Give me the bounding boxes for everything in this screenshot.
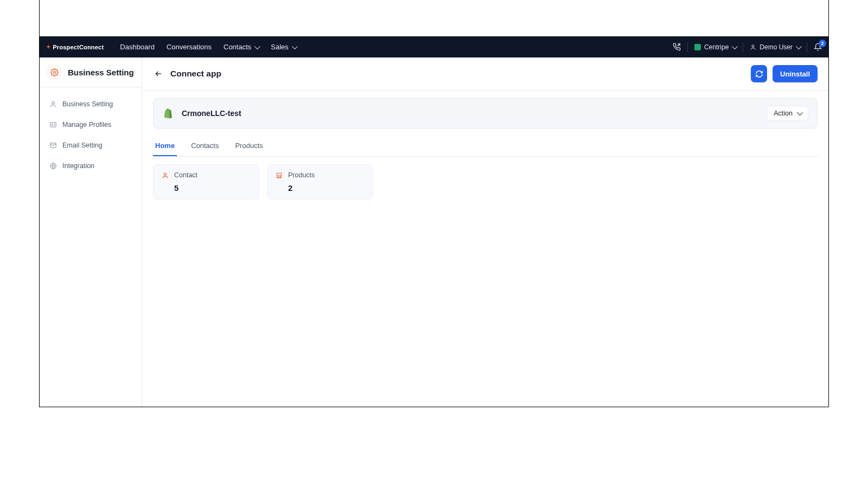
stat-value: 5	[174, 183, 251, 192]
brand-name: ProspectConnect	[53, 44, 104, 50]
workspace-icon	[694, 44, 701, 50]
tab-contacts[interactable]: Contacts	[189, 136, 221, 156]
sidebar-item-label: Manage Profiles	[62, 121, 111, 129]
action-dropdown[interactable]: Action	[767, 106, 808, 121]
brand-mark-icon: ✦	[46, 44, 50, 50]
topnav-right: Centripe Demo User 2	[673, 42, 822, 52]
stat-card-contact: Contact 5	[153, 164, 259, 200]
notifications-button[interactable]: 2	[814, 43, 822, 51]
nav-contacts[interactable]: Contacts	[224, 43, 259, 51]
sidebar-title: Business Setting	[68, 68, 134, 77]
chevron-down-icon	[292, 43, 298, 49]
stat-label: Contact	[174, 171, 197, 179]
workspace-name: Centripe	[704, 43, 729, 51]
notification-badge: 2	[819, 40, 826, 47]
back-button[interactable]	[153, 68, 164, 79]
connected-app-card: CrmoneLLC-test Action	[153, 98, 818, 129]
svg-point-2	[52, 101, 55, 104]
user-name: Demo User	[760, 43, 793, 51]
tab-products[interactable]: Products	[233, 136, 265, 156]
stat-value: 2	[288, 183, 365, 192]
sidebar-item-integration[interactable]: Integration	[45, 159, 136, 173]
main-area: Connect app Uninstall CrmoneLLC-test Act…	[142, 57, 828, 407]
sidebar-item-email-setting[interactable]: Email Setting	[45, 138, 136, 152]
shop-icon	[275, 171, 283, 179]
top-white-spacer	[40, 0, 828, 36]
gear-icon	[47, 65, 61, 79]
page-content: CrmoneLLC-test Action Home Contacts Prod…	[142, 91, 828, 207]
connected-app-name: CrmoneLLC-test	[182, 109, 241, 118]
nav-links: Dashboard Conversations Contacts Sales	[120, 43, 296, 51]
page-title: Connect app	[170, 69, 221, 79]
stats-row: Contact 5 Products 2	[153, 164, 818, 200]
chevron-down-icon	[796, 43, 802, 49]
svg-point-0	[752, 45, 754, 47]
page-header: Connect app Uninstall	[142, 57, 828, 91]
nav-label: Sales	[271, 43, 289, 51]
nav-label: Dashboard	[120, 43, 155, 51]
divider	[743, 42, 743, 52]
chevron-down-icon	[797, 110, 803, 115]
user-menu[interactable]: Demo User	[750, 43, 800, 51]
nav-conversations[interactable]: Conversations	[167, 43, 212, 51]
nav-label: Conversations	[167, 43, 212, 51]
tabs: Home Contacts Products	[153, 136, 818, 157]
stat-card-products: Products 2	[267, 164, 373, 200]
sidebar-item-business-setting[interactable]: Business Setting	[45, 97, 136, 111]
tab-home[interactable]: Home	[153, 136, 177, 156]
svg-point-4	[52, 124, 53, 125]
phone-icon[interactable]	[673, 43, 681, 51]
nav-label: Contacts	[224, 43, 251, 51]
divider	[687, 42, 688, 52]
shopify-icon	[162, 107, 174, 119]
sidebar-item-label: Integration	[62, 162, 94, 170]
chevron-down-icon	[254, 43, 260, 49]
refresh-button[interactable]	[751, 65, 767, 82]
stat-label: Products	[288, 171, 315, 179]
nav-sales[interactable]: Sales	[271, 43, 296, 51]
sidebar: Business Setting Business Setting Manage…	[40, 57, 142, 407]
user-icon	[161, 171, 169, 179]
page-header-actions: Uninstall	[751, 65, 818, 82]
chevron-down-icon	[732, 43, 738, 49]
action-label: Action	[774, 110, 793, 117]
sidebar-item-label: Email Setting	[62, 142, 103, 149]
refresh-icon	[755, 70, 763, 78]
brand-logo[interactable]: ✦ ProspectConnect	[46, 44, 104, 50]
sidebar-head: Business Setting	[40, 57, 142, 87]
person-icon	[750, 44, 756, 50]
workspace-switcher[interactable]: Centripe	[694, 43, 736, 51]
nav-dashboard[interactable]: Dashboard	[120, 43, 155, 51]
divider	[807, 42, 807, 52]
sidebar-item-label: Business Setting	[62, 100, 113, 108]
svg-point-7	[164, 173, 166, 175]
sidebar-item-manage-profiles[interactable]: Manage Profiles	[45, 118, 136, 132]
top-navbar: ✦ ProspectConnect Dashboard Conversation…	[40, 36, 828, 57]
sidebar-list: Business Setting Manage Profiles Email S…	[40, 87, 142, 183]
uninstall-button[interactable]: Uninstall	[773, 65, 818, 82]
svg-point-1	[53, 71, 55, 73]
